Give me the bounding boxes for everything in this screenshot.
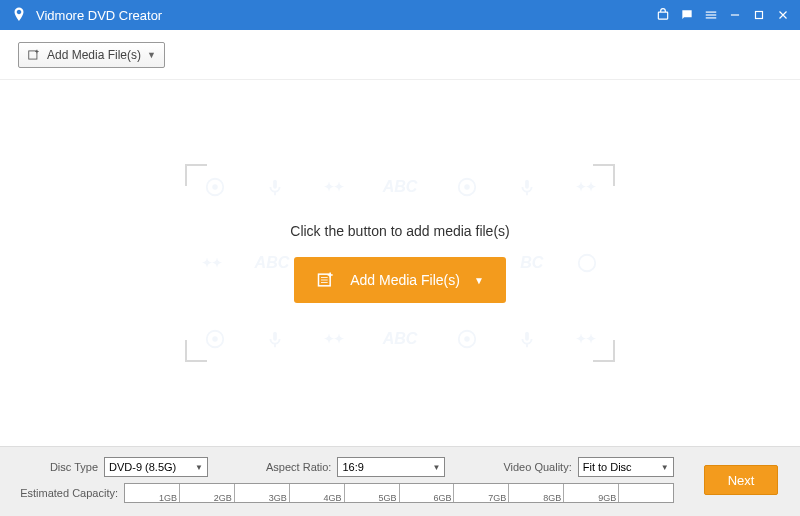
- video-quality-label: Video Quality:: [503, 461, 571, 473]
- add-media-label-primary: Add Media File(s): [350, 272, 460, 288]
- bottom-panel: Disc Type DVD-9 (8.5G) ▼ Aspect Ratio: 1…: [0, 446, 800, 516]
- capacity-row: Estimated Capacity: 1GB 2GB 3GB 4GB 5GB …: [18, 483, 782, 503]
- svg-rect-6: [29, 50, 37, 58]
- tick-label: 8GB: [543, 493, 561, 503]
- aspect-ratio-value: 16:9: [342, 461, 363, 473]
- corner-decoration: [185, 164, 207, 186]
- estimated-capacity-label: Estimated Capacity:: [18, 487, 118, 499]
- svg-point-11: [464, 184, 470, 190]
- add-media-icon: [27, 48, 41, 62]
- close-icon[interactable]: [776, 8, 790, 22]
- video-quality-value: Fit to Disc: [583, 461, 632, 473]
- svg-point-15: [212, 336, 218, 342]
- video-quality-select[interactable]: Fit to Disc ▼: [578, 457, 674, 477]
- tick-label: 7GB: [488, 493, 506, 503]
- svg-point-13: [579, 255, 596, 272]
- svg-rect-19: [525, 332, 529, 341]
- menu-icon[interactable]: [704, 8, 718, 22]
- tick-label: 4GB: [324, 493, 342, 503]
- add-media-button-small[interactable]: Add Media File(s) ▼: [18, 42, 165, 68]
- svg-point-8: [212, 184, 218, 190]
- settings-row: Disc Type DVD-9 (8.5G) ▼ Aspect Ratio: 1…: [18, 457, 782, 477]
- svg-point-18: [464, 336, 470, 342]
- capacity-gauge: 1GB 2GB 3GB 4GB 5GB 6GB 7GB 8GB 9GB: [124, 483, 674, 503]
- svg-rect-3: [706, 17, 717, 18]
- add-media-icon: [316, 270, 336, 290]
- chevron-down-icon: ▼: [195, 463, 203, 472]
- disc-type-select[interactable]: DVD-9 (8.5G) ▼: [104, 457, 208, 477]
- toolbar: Add Media File(s) ▼: [0, 30, 800, 80]
- svg-point-7: [207, 179, 224, 196]
- svg-rect-1: [706, 12, 717, 13]
- next-label: Next: [728, 473, 755, 488]
- svg-rect-9: [273, 180, 277, 189]
- chevron-down-icon: ▼: [433, 463, 441, 472]
- feedback-icon[interactable]: [680, 8, 694, 22]
- svg-rect-0: [658, 12, 667, 19]
- tick-label: 6GB: [433, 493, 451, 503]
- svg-rect-4: [731, 14, 739, 15]
- app-title: Vidmore DVD Creator: [36, 8, 656, 23]
- tick-label: 3GB: [269, 493, 287, 503]
- aspect-ratio-select[interactable]: 16:9 ▼: [337, 457, 445, 477]
- tick-label: 1GB: [159, 493, 177, 503]
- add-media-label-small: Add Media File(s): [47, 48, 141, 62]
- chevron-down-icon: ▼: [474, 275, 484, 286]
- corner-decoration: [593, 340, 615, 362]
- svg-rect-12: [525, 180, 529, 189]
- svg-point-14: [207, 331, 224, 348]
- next-button[interactable]: Next: [704, 465, 778, 495]
- drop-message: Click the button to add media file(s): [290, 223, 509, 239]
- svg-rect-16: [273, 332, 277, 341]
- svg-point-17: [458, 331, 475, 348]
- minimize-icon[interactable]: [728, 8, 742, 22]
- chevron-down-icon: ▼: [661, 463, 669, 472]
- disc-type-label: Disc Type: [18, 461, 98, 473]
- tick-label: 2GB: [214, 493, 232, 503]
- add-media-button-primary[interactable]: Add Media File(s) ▼: [294, 257, 506, 303]
- purchase-icon[interactable]: [656, 8, 670, 22]
- maximize-icon[interactable]: [752, 8, 766, 22]
- tick-label: 9GB: [598, 493, 616, 503]
- chevron-down-icon: ▼: [147, 50, 156, 60]
- disc-type-value: DVD-9 (8.5G): [109, 461, 176, 473]
- drop-area[interactable]: ✦✦ ABC ✦✦ ✦✦ ABC spacer spacer spacer sp…: [185, 164, 615, 362]
- corner-decoration: [593, 164, 615, 186]
- svg-point-10: [458, 179, 475, 196]
- main-content: ✦✦ ABC ✦✦ ✦✦ ABC spacer spacer spacer sp…: [0, 80, 800, 446]
- app-logo-icon: [10, 6, 28, 24]
- svg-rect-2: [706, 14, 717, 15]
- window-controls: [656, 8, 790, 22]
- titlebar: Vidmore DVD Creator: [0, 0, 800, 30]
- corner-decoration: [185, 340, 207, 362]
- aspect-ratio-label: Aspect Ratio:: [266, 461, 331, 473]
- tick-label: 5GB: [379, 493, 397, 503]
- svg-rect-5: [756, 12, 763, 19]
